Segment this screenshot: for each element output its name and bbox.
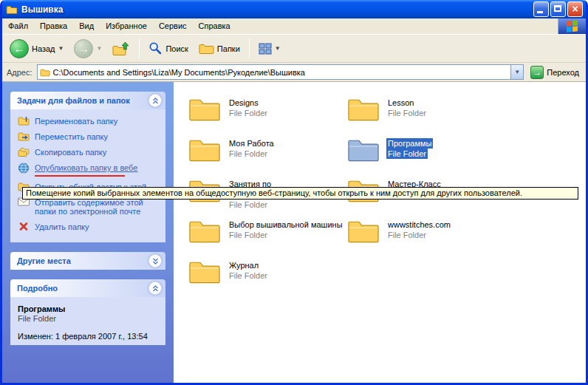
task-label: Опубликовать папку в вебе [35, 163, 137, 172]
file-type: File Folder [228, 271, 269, 280]
file-name: Designs [228, 98, 260, 107]
back-button[interactable]: ← Назад ▼ [5, 37, 68, 61]
task-rename-folder[interactable]: Переименовать папку [18, 117, 161, 126]
maximize-icon [554, 5, 561, 12]
details-folder-name: Программы [18, 304, 161, 313]
views-button[interactable]: ▼ [254, 41, 285, 57]
task-publish-folder-to-web[interactable]: Опубликовать папку в вебе [18, 163, 161, 174]
menu-help[interactable]: Справка [193, 18, 236, 34]
file-type: File Folder [386, 231, 428, 239]
minimize-icon [537, 11, 543, 13]
toolbar: ← Назад ▼ → ▼ Поиск Папки [2, 35, 586, 63]
file-type: File Folder [386, 149, 428, 159]
views-dropdown-icon: ▼ [275, 45, 281, 52]
file-item-designs[interactable]: DesignsFile Folder [188, 96, 347, 137]
title-bar[interactable]: Вышивка × [2, 0, 586, 18]
file-type: File Folder [228, 231, 269, 239]
close-button[interactable]: × [567, 1, 583, 17]
details-folder-type: File Folder [18, 314, 161, 323]
file-type: File Folder [228, 109, 269, 117]
folders-icon [199, 43, 214, 55]
panel-title: Подробно [17, 284, 58, 293]
search-label: Поиск [165, 44, 188, 53]
go-button[interactable]: → Переход [528, 65, 581, 80]
minimize-button[interactable] [533, 1, 549, 17]
window-folder-icon [6, 4, 18, 15]
file-item-programs-selected[interactable]: ПрограммыFile Folder [347, 137, 506, 177]
search-icon [148, 41, 163, 55]
task-copy-folder[interactable]: Скопировать папку [18, 148, 161, 157]
file-name: wwwstitches.com [386, 220, 452, 229]
menu-bar: Файл Правка Вид Избранное Сервис Справка [2, 18, 586, 35]
address-label: Адрес: [7, 68, 33, 77]
close-icon: × [572, 3, 578, 15]
folder-icon [188, 96, 222, 123]
file-item-my-work[interactable]: Моя РаботаFile Folder [188, 137, 347, 177]
tooltip: Помещение копий выбранных элементов на о… [22, 187, 578, 200]
task-label: Скопировать папку [35, 148, 106, 157]
task-label: Удалить папку [35, 222, 89, 231]
back-icon: ← [10, 39, 29, 58]
copy-folder-icon [18, 147, 30, 157]
file-type: File Folder [228, 200, 269, 209]
file-name: Моя Работа [228, 139, 276, 148]
panel-header-details[interactable]: Подробно [10, 279, 165, 297]
content-area: Задачи для файлов и папок Переименовать [2, 82, 586, 383]
window-title: Вышивка [21, 4, 533, 15]
chevron-down-icon [152, 258, 159, 265]
panel-body-tasks: Переименовать папку Переместить папку [10, 109, 165, 242]
folder-icon [347, 96, 380, 123]
menu-file[interactable]: Файл [2, 18, 34, 34]
panel-file-folder-tasks: Задачи для файлов и папок Переименовать [10, 92, 165, 242]
go-icon: → [530, 66, 544, 79]
file-type: File Folder [228, 149, 269, 158]
publish-web-icon [18, 163, 30, 174]
task-move-folder[interactable]: Переместить папку [18, 132, 161, 141]
menu-view[interactable]: Вид [73, 18, 100, 34]
folder-icon [188, 218, 222, 245]
menu-favorites[interactable]: Избранное [100, 18, 153, 34]
address-folder-icon [40, 68, 50, 77]
file-type: File Folder [386, 109, 428, 117]
address-combo[interactable]: ▼ [37, 64, 524, 80]
file-item-embroidery-machine-choice[interactable]: Выбор вышивальной машиныFile Folder [188, 218, 347, 259]
panel-title: Задачи для файлов и папок [17, 96, 130, 105]
folder-icon [188, 137, 222, 163]
forward-button[interactable]: → ▼ [69, 37, 106, 61]
toolbar-separator [249, 38, 250, 59]
details-modified-date: Изменен: 1 февраля 2007 г., 13:54 [18, 332, 161, 341]
task-label: Отправить содержимое этой папки по элект… [35, 198, 161, 216]
collapse-button[interactable] [148, 94, 162, 107]
file-item-journal[interactable]: ЖурналFile Folder [188, 259, 347, 299]
move-folder-icon [18, 132, 30, 141]
go-label: Переход [547, 68, 579, 77]
task-email-folder[interactable]: Отправить содержимое этой папки по элект… [18, 198, 161, 216]
folders-button[interactable]: Папки [194, 41, 245, 57]
panel-header-tasks[interactable]: Задачи для файлов и папок [10, 92, 165, 109]
file-list-area[interactable]: DesignsFile Folder LessonFile Folder Моя… [174, 82, 586, 383]
views-icon [259, 43, 272, 55]
panel-title: Другие места [17, 256, 71, 265]
file-item-lesson[interactable]: LessonFile Folder [347, 96, 506, 137]
file-item-wwwstitches[interactable]: wwwstitches.comFile Folder [347, 218, 506, 259]
menu-tools[interactable]: Сервис [153, 18, 193, 34]
address-dropdown-button[interactable]: ▼ [510, 65, 523, 79]
windows-logo [558, 18, 586, 34]
search-button[interactable]: Поиск [144, 39, 192, 58]
chevron-up-icon [152, 285, 159, 292]
file-name: Выбор вышивальной машины [228, 220, 344, 229]
panel-details: Подробно Программы File Folder Изменен: … [10, 279, 165, 345]
folder-icon [347, 218, 380, 245]
collapse-button[interactable] [148, 282, 162, 295]
task-delete-folder[interactable]: Удалить папку [18, 222, 161, 231]
panel-header-other-places[interactable]: Другие места [10, 252, 165, 270]
forward-icon: → [74, 39, 93, 58]
address-input[interactable] [53, 66, 508, 78]
task-label: Переместить папку [35, 132, 108, 141]
up-button[interactable] [108, 39, 134, 58]
menu-edit[interactable]: Правка [34, 18, 73, 34]
maximize-button[interactable] [550, 1, 566, 17]
red-underline-annotation [35, 175, 125, 177]
expand-button[interactable] [148, 254, 162, 268]
panel-body-details: Программы File Folder Изменен: 1 февраля… [10, 297, 165, 345]
